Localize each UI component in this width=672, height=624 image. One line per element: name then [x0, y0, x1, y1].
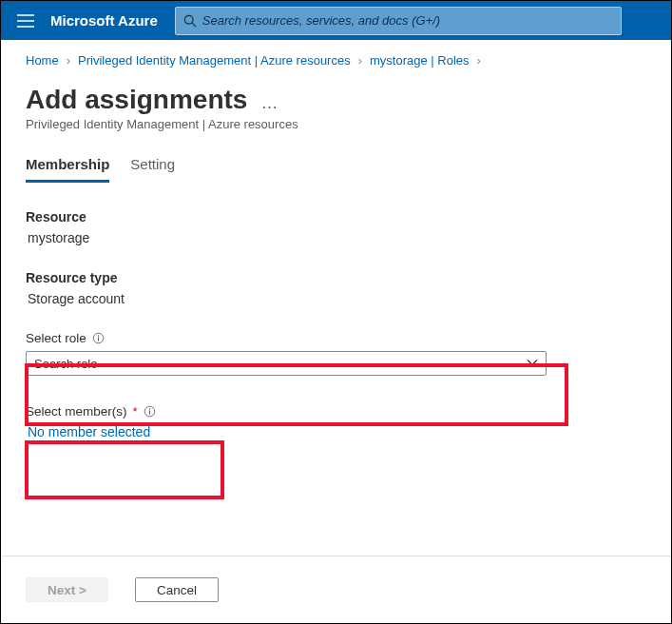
no-member-selected-link[interactable]: No member selected [26, 424, 646, 439]
select-members-label: Select member(s) [26, 404, 127, 419]
select-role-placeholder: Search role [34, 357, 97, 371]
resource-label: Resource [26, 209, 646, 224]
select-role-label: Select role [26, 331, 86, 345]
resource-value: mystorage [26, 230, 646, 245]
hamburger-menu[interactable] [7, 2, 45, 40]
chevron-right-icon: › [477, 53, 481, 68]
svg-point-3 [98, 335, 99, 336]
info-icon[interactable] [92, 332, 105, 344]
resource-type-value: Storage account [26, 291, 646, 306]
required-indicator: * [133, 404, 138, 419]
cancel-button[interactable]: Cancel [135, 577, 219, 602]
breadcrumb-home[interactable]: Home [26, 53, 59, 68]
next-button[interactable]: Next > [26, 577, 108, 602]
search-input[interactable] [202, 13, 613, 28]
svg-point-0 [184, 15, 193, 24]
tabs: Membership Setting [1, 150, 671, 183]
tab-membership[interactable]: Membership [26, 150, 109, 183]
chevron-right-icon: › [358, 53, 362, 68]
page-title: Add assignments [26, 85, 247, 115]
breadcrumb-roles[interactable]: mystorage | Roles [370, 53, 470, 68]
hamburger-icon [17, 14, 34, 28]
svg-rect-7 [149, 411, 150, 415]
brand-label: Microsoft Azure [50, 12, 158, 29]
svg-line-1 [192, 23, 196, 27]
more-actions-icon[interactable]: … [260, 93, 278, 113]
page-subtitle: Privileged Identity Management | Azure r… [1, 117, 671, 150]
svg-rect-4 [98, 338, 99, 341]
tab-setting[interactable]: Setting [130, 150, 175, 183]
info-icon[interactable] [144, 405, 156, 418]
breadcrumb-pim[interactable]: Privileged Identity Management | Azure r… [78, 53, 351, 68]
global-search[interactable] [175, 7, 622, 35]
resource-type-label: Resource type [26, 270, 646, 285]
svg-point-6 [149, 408, 150, 409]
chevron-right-icon: › [67, 53, 70, 68]
search-icon [183, 14, 197, 28]
chevron-down-icon [527, 357, 538, 371]
highlight-select-members [25, 440, 224, 499]
breadcrumb: Home › Privileged Identity Management | … [1, 40, 671, 68]
select-role-dropdown[interactable]: Search role [26, 351, 547, 376]
